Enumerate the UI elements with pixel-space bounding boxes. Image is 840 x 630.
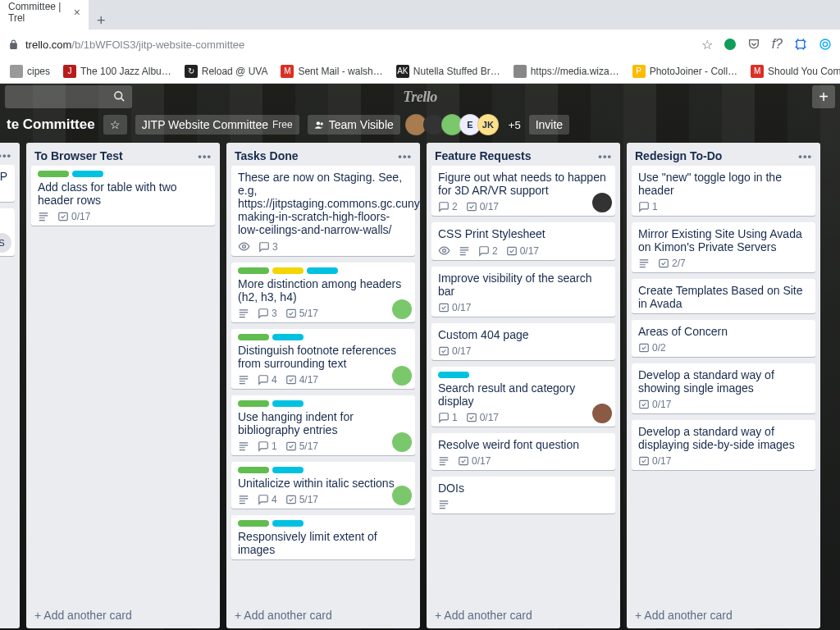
invite-button[interactable]: Invite	[529, 115, 569, 135]
card-member-avatar[interactable]: S	[0, 233, 11, 253]
member-avatars[interactable]: EJK	[409, 114, 499, 135]
star-icon[interactable]: ☆	[701, 37, 713, 52]
bookmark-item[interactable]: ↻Reload @ UVA	[180, 62, 273, 80]
card-badges: 45/17	[238, 494, 409, 505]
card-label[interactable]	[38, 171, 69, 177]
bookmark-favicon: ↻	[185, 65, 198, 78]
checklist-badge: 5/17	[285, 308, 318, 319]
create-button[interactable]: +	[812, 85, 835, 108]
card-label[interactable]	[238, 267, 269, 274]
add-card-button[interactable]: + Add another card	[427, 602, 620, 628]
card-label[interactable]	[238, 334, 269, 340]
card[interactable]: Custom 404 page 0/17	[431, 323, 615, 360]
bookmark-item[interactable]: MShould You Combi…	[746, 62, 840, 80]
add-card-button[interactable]: + Add another card	[627, 602, 820, 628]
watch-icon	[438, 244, 450, 257]
star-board-button[interactable]: ☆	[103, 115, 127, 135]
card-label[interactable]	[72, 171, 103, 177]
card[interactable]: Create Templates Based on Site in Avada	[632, 279, 815, 313]
crop-icon[interactable]	[794, 38, 807, 51]
card[interactable]: Resolve weird font question 0/17	[431, 433, 615, 470]
bookmark-item[interactable]: AKNutella Stuffed Br…	[391, 62, 505, 80]
visibility-button[interactable]: Team Visible	[308, 115, 400, 135]
card[interactable]: Add class for table with two header rows…	[31, 166, 215, 226]
description-icon	[38, 211, 49, 222]
svg-rect-18	[459, 457, 468, 464]
card-label[interactable]	[272, 334, 304, 340]
card-label[interactable]	[272, 520, 304, 527]
lock-icon[interactable]	[8, 39, 19, 50]
card-member-avatar[interactable]	[392, 366, 412, 386]
list-header[interactable]: Feature Requests •••	[427, 143, 620, 166]
card-member-avatar[interactable]	[592, 404, 612, 423]
bookmark-item[interactable]: JThe 100 Jazz Albu…	[58, 62, 176, 80]
card[interactable]: Unitalicize within italic sections 45/17	[231, 462, 415, 509]
card[interactable]: Use "new" toggle logo in the header 1	[632, 166, 815, 216]
workspace-chip[interactable]: JITP Website Committee Free	[135, 115, 299, 135]
bookmark-item[interactable]: https://media.wiza…	[509, 62, 624, 80]
member-avatar[interactable]: JK	[477, 114, 499, 135]
card[interactable]: Develop a standard way of showing single…	[632, 363, 815, 413]
search-input[interactable]	[5, 85, 132, 108]
extra-members-count[interactable]: +5	[509, 119, 521, 131]
card-label[interactable]	[272, 400, 304, 407]
card[interactable]: Distinguish footnote references from sur…	[231, 329, 415, 389]
card[interactable]: Use hanging indent for bibliography entr…	[231, 395, 415, 455]
card[interactable]: ngestion of JITP	[0, 165, 15, 202]
card[interactable]: These are now on Staging. See, e.g, http…	[231, 166, 415, 256]
close-icon[interactable]: ×	[74, 6, 80, 19]
card-list: Use "new" toggle logo in the header 1 Mi…	[627, 166, 820, 602]
card[interactable]: More distinction among headers (h2, h3, …	[231, 262, 415, 322]
card-member-avatar[interactable]	[392, 486, 412, 505]
description-icon	[638, 258, 650, 269]
card-member-avatar[interactable]	[392, 432, 412, 452]
url-field[interactable]: trello.com/b/1bWFOlS3/jitp-website-commi…	[25, 39, 695, 51]
f-question-icon[interactable]: f?	[772, 37, 783, 52]
add-card-button[interactable]: card	[0, 602, 20, 628]
card-label[interactable]	[238, 520, 269, 527]
list-menu-icon[interactable]: •••	[798, 150, 812, 162]
add-card-button[interactable]: + Add another card	[226, 602, 420, 628]
card[interactable]: Responsively limit extent of images	[231, 515, 415, 559]
board-title[interactable]: te Committee	[7, 116, 95, 133]
card[interactable]: DOIs	[431, 477, 615, 514]
bookmark-item[interactable]: PPhotoJoiner - Coll…	[628, 62, 742, 80]
card-label[interactable]	[438, 372, 469, 378]
card-label[interactable]	[272, 267, 304, 274]
svg-rect-8	[286, 309, 295, 317]
list-header[interactable]: To Browser Test •••	[26, 143, 220, 166]
pocket-icon[interactable]	[747, 38, 760, 51]
browser-tab[interactable]: Committee | Trel ×	[0, 0, 89, 30]
trello-logo[interactable]: Trello	[403, 89, 436, 106]
bookmark-item[interactable]: cipes	[5, 62, 55, 80]
list-menu-icon[interactable]: •••	[398, 150, 412, 162]
list-header[interactable]: •••	[0, 143, 20, 165]
card-label[interactable]	[307, 267, 338, 274]
list-header[interactable]: Tasks Done •••	[226, 143, 420, 166]
svg-rect-0	[797, 40, 804, 48]
list-menu-icon[interactable]: •••	[598, 150, 612, 162]
list-menu-icon[interactable]: •••	[198, 150, 212, 162]
target-icon[interactable]	[819, 38, 832, 51]
card-label[interactable]	[272, 467, 304, 473]
bookmark-item[interactable]: MSent Mail - walsh…	[276, 62, 387, 80]
svg-rect-10	[286, 442, 295, 450]
card[interactable]: Search result and category display 10/17	[431, 367, 615, 427]
card-list: ngestion of JITP e Commons licenses e an…	[0, 165, 20, 602]
extension-dot-icon[interactable]	[724, 39, 736, 50]
card-member-avatar[interactable]	[592, 193, 612, 212]
card-label[interactable]	[238, 467, 269, 473]
card[interactable]: CSS Print Stylesheet 20/17	[431, 222, 615, 260]
card[interactable]: Figure out what needs to happen for 3D A…	[431, 166, 615, 216]
list-menu-icon[interactable]: •••	[0, 149, 11, 162]
card[interactable]: Areas of Concern 0/2	[632, 320, 815, 357]
card[interactable]: Mirror Existing Site Using Avada on Kimo…	[632, 222, 815, 272]
card[interactable]: Improve visibility of the search bar 0/1…	[431, 267, 615, 317]
card[interactable]: Develop a standard way of displaying sid…	[632, 420, 815, 470]
add-card-button[interactable]: + Add another card	[26, 602, 220, 628]
list-header[interactable]: Redesign To-Do •••	[627, 143, 820, 166]
card-member-avatar[interactable]	[392, 299, 412, 319]
card[interactable]: e Commons licenses e and pdfs S	[0, 208, 15, 256]
card-label[interactable]	[238, 400, 269, 407]
new-tab-button[interactable]: +	[89, 12, 114, 30]
